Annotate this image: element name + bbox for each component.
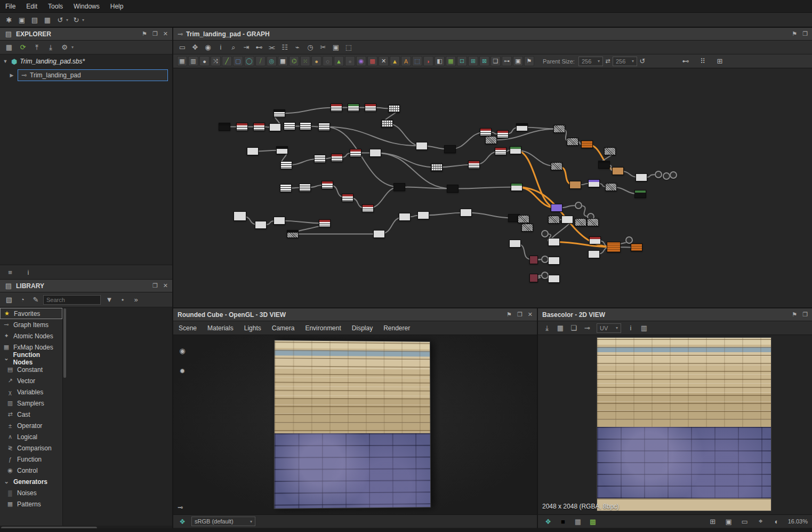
graph-node[interactable]: [548, 238, 560, 246]
channels-icon[interactable]: ❖: [542, 515, 554, 527]
open-folder-icon[interactable]: ▤: [29, 14, 41, 26]
value-node-icon[interactable]: ⊠: [479, 56, 489, 66]
slope-blur-node-icon[interactable]: ╱: [222, 56, 232, 66]
graph-node[interactable]: [567, 138, 578, 146]
swirl-node-icon[interactable]: ◉: [356, 56, 366, 66]
new-library-folder-icon[interactable]: ▧: [3, 294, 15, 306]
graph-node[interactable]: [362, 204, 374, 212]
view-2d-float-icon[interactable]: ❐: [802, 311, 808, 318]
grid-toggle-icon[interactable]: ⊞: [707, 515, 719, 527]
input-node-icon[interactable]: ⊞: [468, 56, 478, 66]
view-3d-menu-environment[interactable]: Environment: [300, 321, 346, 335]
library-item-logical[interactable]: ∧Logical: [0, 431, 62, 442]
light-icon[interactable]: ✹: [176, 365, 188, 377]
menu-windows[interactable]: Windows: [68, 0, 105, 12]
export-image-icon[interactable]: ⤓: [541, 322, 553, 334]
graph-node[interactable]: [342, 194, 353, 202]
chevron-right-icon[interactable]: ▶: [9, 73, 15, 78]
tiling-icon[interactable]: ▦: [572, 515, 584, 527]
graph-node[interactable]: [276, 146, 288, 154]
pixel-ratio-icon[interactable]: ◐: [771, 515, 783, 527]
graph-node[interactable]: [510, 146, 521, 154]
library-content[interactable]: [63, 307, 172, 526]
explorer-pin-icon[interactable]: ⚑: [142, 30, 147, 37]
library-item-function[interactable]: ƒFunction: [0, 454, 62, 465]
colorspace-dropdown[interactable]: sRGB (default)▾: [191, 517, 255, 526]
graph-node[interactable]: [551, 204, 562, 212]
save-icon[interactable]: ▦: [42, 14, 53, 26]
graph-node[interactable]: [319, 219, 331, 227]
settings-icon[interactable]: ⚙: [59, 42, 70, 53]
bitmap-node-icon[interactable]: ▦: [177, 56, 187, 66]
dots-node-icon[interactable]: ⁙: [300, 56, 310, 66]
graph-node[interactable]: [219, 123, 230, 131]
graph-node[interactable]: [373, 230, 385, 238]
view-3d-menu-camera[interactable]: Camera: [267, 321, 300, 335]
align-nodes-icon[interactable]: ⠿: [697, 55, 709, 67]
graph-node[interactable]: [236, 123, 248, 131]
graph-node[interactable]: [253, 123, 265, 131]
normal-node-icon[interactable]: ◌: [323, 56, 333, 66]
view-3d-menu-renderer[interactable]: Renderer: [378, 321, 415, 335]
view-3d-colorspace-icon[interactable]: ❖: [178, 515, 187, 527]
uv-dropdown[interactable]: UV▾: [597, 323, 621, 333]
graph-dot-node[interactable]: [670, 171, 677, 179]
reroute-icon[interactable]: ⫘: [266, 42, 278, 53]
text-node-icon[interactable]: A: [401, 56, 411, 66]
graph-node[interactable]: [274, 217, 285, 225]
selected-graph-box[interactable]: ⊸ Trim_landing_pad: [18, 69, 168, 81]
grid-node-icon[interactable]: ▦: [278, 56, 288, 66]
mixer-node-icon[interactable]: ✕: [379, 56, 389, 66]
menu-file[interactable]: File: [0, 0, 21, 12]
graph-node[interactable]: [511, 183, 522, 191]
splatter-node-icon[interactable]: ⬚: [412, 56, 422, 66]
search-input[interactable]: [43, 295, 101, 305]
histogram-icon[interactable]: ▥: [638, 322, 650, 334]
edit-library-icon[interactable]: ✎: [30, 294, 42, 306]
package-row[interactable]: ▼ ⬢ Trim_landing_pad.sbs*: [0, 54, 172, 68]
graph-node[interactable]: [284, 122, 295, 130]
parent-size-width-dropdown[interactable]: 256▾: [578, 57, 603, 66]
graph-node[interactable]: [274, 109, 285, 117]
graph-node[interactable]: [581, 140, 593, 148]
output-node-icon[interactable]: ⊡: [457, 56, 467, 66]
graph-node[interactable]: [431, 163, 443, 171]
hsl-node-icon[interactable]: ◎: [267, 56, 277, 66]
graph-edge[interactable]: [279, 221, 325, 224]
height-node-icon[interactable]: ▲: [334, 56, 344, 66]
graph-node[interactable]: [495, 147, 507, 155]
graph-node[interactable]: [348, 104, 359, 112]
graph-node[interactable]: [300, 122, 311, 130]
shuffle-node-icon[interactable]: ⤨: [211, 56, 221, 66]
rounded-cube-mesh[interactable]: [274, 340, 431, 509]
explorer-float-icon[interactable]: ❐: [152, 30, 158, 37]
information-icon[interactable]: i: [625, 322, 637, 334]
graph-node[interactable]: [247, 147, 259, 155]
graph-node[interactable]: [561, 216, 573, 224]
graph-node[interactable]: [444, 145, 456, 153]
tile-node-icon[interactable]: ▩: [367, 56, 377, 66]
layout-icon[interactable]: ☷: [279, 42, 291, 53]
library-item-favorites[interactable]: ★Favorites: [0, 308, 62, 319]
graph-node[interactable]: [553, 125, 565, 133]
graph-node[interactable]: [575, 218, 586, 226]
graph-node[interactable]: [631, 243, 642, 251]
library-item-patterns[interactable]: ▦Patterns: [0, 498, 62, 510]
graph-pin-icon[interactable]: ⚑: [792, 30, 797, 37]
graph-node[interactable]: [548, 275, 560, 283]
graph-float-icon[interactable]: ❐: [802, 30, 808, 37]
graph-dot-node[interactable]: [541, 272, 549, 279]
fit-view-icon[interactable]: ▭: [739, 515, 751, 527]
menu-tools[interactable]: Tools: [43, 0, 68, 12]
graph-node[interactable]: [569, 181, 581, 189]
graph-node[interactable]: [447, 185, 459, 193]
graph-dot-node[interactable]: [625, 236, 633, 244]
graph-node[interactable]: [589, 236, 601, 244]
view-3d-menu-lights[interactable]: Lights: [239, 321, 267, 335]
library-scrollbar[interactable]: [63, 307, 67, 526]
graph-node[interactable]: [468, 161, 480, 169]
center-view-icon[interactable]: ⌖: [755, 515, 767, 527]
library-filter-icon[interactable]: ◔: [17, 294, 28, 306]
menu-help[interactable]: Help: [105, 0, 129, 12]
undo-icon[interactable]: ↺: [54, 14, 66, 26]
